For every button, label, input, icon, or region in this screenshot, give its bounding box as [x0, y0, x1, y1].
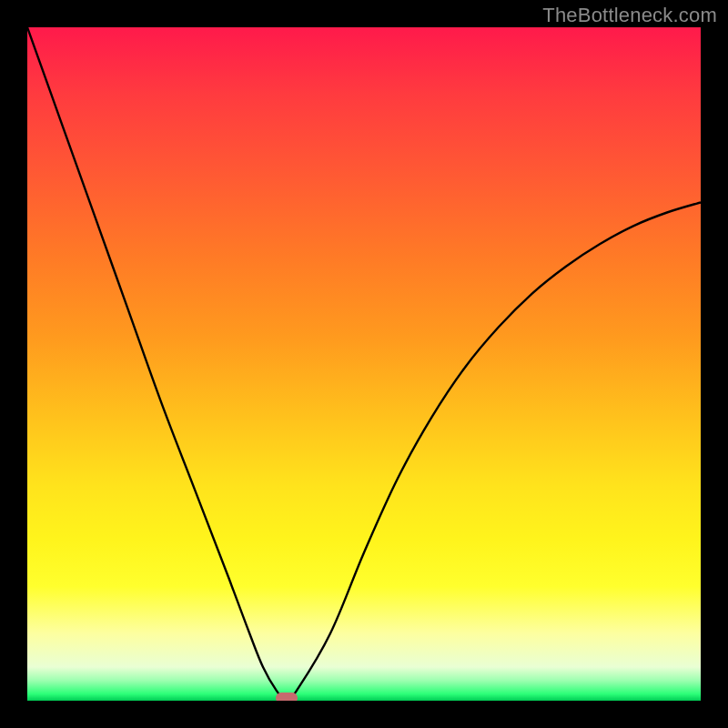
chart-frame: TheBottleneck.com [0, 0, 728, 728]
curve-path [27, 27, 701, 701]
watermark-text: TheBottleneck.com [542, 4, 717, 27]
plot-area [27, 27, 701, 701]
optimal-marker [276, 693, 298, 701]
bottleneck-curve [27, 27, 701, 701]
